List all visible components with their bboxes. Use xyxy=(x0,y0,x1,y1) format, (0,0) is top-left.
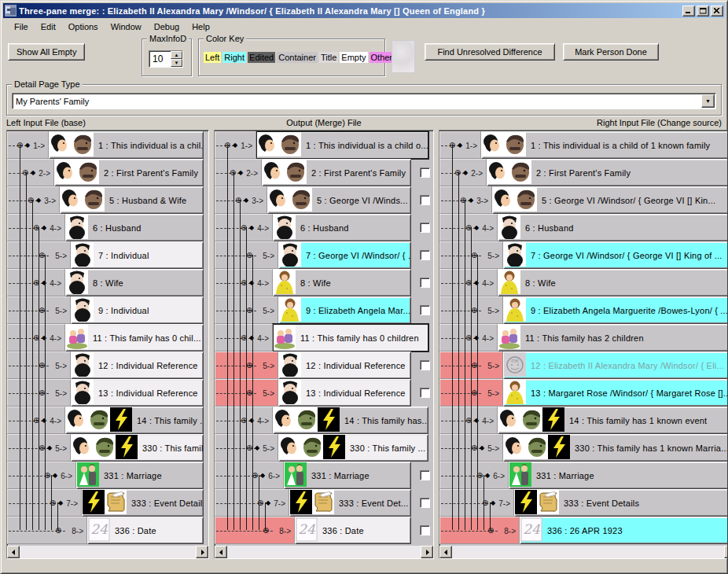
merge-checkbox[interactable] xyxy=(420,470,430,480)
tree-cell[interactable]: ⊕◆4-> xyxy=(215,214,273,241)
row-content[interactable]: 12 : Individual Reference xyxy=(278,351,411,379)
row-content[interactable]: 6 : Husband xyxy=(65,214,204,241)
merge-row[interactable]: ⊕◆2->2 : First Parent's Family xyxy=(215,159,433,186)
row-content[interactable]: 330 : This family has 1 known Marria... xyxy=(503,434,728,462)
merge-row[interactable]: ⊕◆7->333 : Event Details xyxy=(7,489,208,517)
merge-checkbox[interactable] xyxy=(420,195,430,205)
tree-cell[interactable]: ⊕◆4-> xyxy=(215,324,273,351)
merge-row[interactable]: ⊕5->12 : Individual Reference xyxy=(215,351,433,379)
merge-row[interactable]: ⊕◆4->14 : This family has 1 known event xyxy=(439,407,728,434)
row-content[interactable]: me12 : Elizabeth II Alexandra Mary /Wind… xyxy=(503,351,728,379)
row-content[interactable]: 7 : George VI /Windsor/ { George VI [] K… xyxy=(503,241,728,269)
row-content[interactable]: 9 : Elizabeth Angela Marguerite /Bowes-L… xyxy=(503,296,728,324)
tree-cell[interactable]: ⊕◆3-> xyxy=(439,186,492,214)
merge-row[interactable]: ⊕◆3->5 : Husband & Wife xyxy=(7,186,208,214)
find-unresolved-difference-button[interactable]: Find Unresolved Difference xyxy=(425,43,555,61)
scrollbar-track[interactable] xyxy=(227,546,421,558)
merge-row[interactable]: ⊕◆3->5 : George VI /Winds... xyxy=(215,186,433,214)
merge-row[interactable]: ⊕◆4->14 : This family has... xyxy=(215,407,433,434)
merge-row[interactable]: ⊕◆2->2 : First Parent's Family xyxy=(439,159,728,186)
row-content[interactable]: 13 : Individual Reference xyxy=(278,379,411,407)
row-content[interactable]: 12 : Individual Reference xyxy=(71,351,204,379)
merge-row[interactable]: ⊕◆1->1 : This individual is a chil... xyxy=(7,131,208,159)
merge-row[interactable]: ⊕◆4->11 : This family has 2 children xyxy=(439,324,728,351)
row-content[interactable]: 6 : Husband xyxy=(498,214,728,241)
tree-cell[interactable]: ⊕◆4-> xyxy=(7,407,65,434)
row-content[interactable]: 8 : Wife xyxy=(273,269,411,296)
merge-row[interactable]: ⊕5->me12 : Elizabeth II Alexandra Mary /… xyxy=(439,351,728,379)
scroll-right-icon[interactable] xyxy=(196,546,208,558)
merge-row[interactable]: ⊕◆6->331 : Marriage xyxy=(7,462,208,489)
chevron-down-icon[interactable]: ▼ xyxy=(701,94,715,108)
tree-cell[interactable]: ⊕◆3-> xyxy=(7,186,60,214)
row-content[interactable]: 2 : First Parent's Family xyxy=(54,159,204,186)
merge-row[interactable]: ⊕◆4->11 : This family has 0 chil... xyxy=(7,324,208,351)
merge-row[interactable]: ⊕5->7 : Individual xyxy=(7,241,208,269)
scroll-left-icon[interactable] xyxy=(7,546,20,558)
row-content[interactable]: 331 : Marriage xyxy=(76,462,204,489)
tree-cell[interactable]: ⊕◆4-> xyxy=(439,214,498,241)
tree-cell[interactable]: ⊕◆6-> xyxy=(7,462,76,489)
merge-row[interactable]: ⊕8->24336 : Date xyxy=(7,517,208,544)
merge-row[interactable]: ⊕◆4->14 : This family ... xyxy=(7,407,208,434)
row-content[interactable]: 330 : This family ... xyxy=(278,434,428,462)
tree-node-icon[interactable]: ⊕ xyxy=(487,526,494,534)
row-content[interactable]: 5 : George VI /Winds... xyxy=(267,186,411,214)
horizontal-scrollbar[interactable] xyxy=(439,546,728,558)
merge-row[interactable]: ⊕◆5->330 : This famil... xyxy=(7,434,208,462)
row-content[interactable]: 333 : Event Details xyxy=(514,489,728,517)
merge-checkbox[interactable] xyxy=(420,167,430,178)
scroll-right-icon[interactable] xyxy=(421,546,433,558)
merge-row[interactable]: ⊕◆1->1 : This individual is a child o... xyxy=(215,131,433,159)
row-content[interactable]: 8 : Wife xyxy=(65,269,204,296)
row-content[interactable]: 24336 : Date xyxy=(295,517,411,544)
row-content[interactable]: 14 : This family has 1 known event xyxy=(498,407,728,434)
row-content[interactable]: 11 : This family has 0 chil... xyxy=(65,324,204,351)
tree-cell[interactable]: ⊕◆1-> xyxy=(7,131,49,159)
merge-row[interactable]: ⊕◆4->6 : Husband xyxy=(7,214,208,241)
row-content[interactable]: 330 : This famil... xyxy=(71,434,204,462)
menu-item-edit[interactable]: Edit xyxy=(35,20,62,33)
tree-cell[interactable]: ⊕◆4-> xyxy=(439,407,498,434)
row-content[interactable]: 5 : George VI /Windsor/ { George VI [] K… xyxy=(492,186,728,214)
mark-person-done-button[interactable]: Mark Person Done xyxy=(563,43,659,61)
merge-checkbox[interactable] xyxy=(420,250,430,260)
row-content[interactable]: 6 : Husband xyxy=(273,214,411,241)
tree-cell[interactable]: ⊕◆6-> xyxy=(439,462,509,489)
tree-node-icon[interactable]: ⊕ xyxy=(235,196,241,204)
merge-checkbox[interactable] xyxy=(420,278,430,288)
merge-row[interactable]: ⊕◆3->5 : George VI /Windsor/ { George VI… xyxy=(439,186,728,214)
tree-cell[interactable]: ⊕◆1-> xyxy=(215,131,256,159)
scroll-left-icon[interactable] xyxy=(439,546,452,558)
row-content[interactable]: 8 : Wife xyxy=(498,269,728,296)
row-content[interactable]: 9 : Elizabeth Angela Mar... xyxy=(278,296,411,324)
menu-item-options[interactable]: Options xyxy=(62,20,105,33)
tree-cell[interactable]: ⊕◆2-> xyxy=(7,159,54,186)
menu-item-file[interactable]: File xyxy=(8,20,35,33)
tree-cell[interactable]: ⊕◆4-> xyxy=(7,269,65,296)
merge-checkbox[interactable] xyxy=(420,525,430,535)
minimize-button[interactable] xyxy=(682,6,695,17)
row-content[interactable]: 1 : This individual is a child of 1 know… xyxy=(481,131,728,159)
row-content[interactable]: 331 : Marriage xyxy=(284,462,411,489)
merge-row[interactable]: ⊕5->9 : Elizabeth Angela Marguerite /Bow… xyxy=(439,296,728,324)
row-content[interactable]: 14 : This family has... xyxy=(273,407,428,434)
scroll-left-icon[interactable] xyxy=(215,546,227,558)
merge-row[interactable]: ⊕◆1->1 : This individual is a child of 1… xyxy=(439,131,728,159)
menu-item-window[interactable]: Window xyxy=(105,20,148,33)
tree-cell[interactable]: ⊕◆1-> xyxy=(439,131,481,159)
horizontal-scrollbar[interactable] xyxy=(215,546,433,558)
tree-cell[interactable]: ⊕◆6-> xyxy=(215,462,284,489)
row-content[interactable]: 333 : Event Details xyxy=(82,489,204,517)
row-content[interactable]: 11 : This family has 2 children xyxy=(498,324,728,351)
spinner-up-icon[interactable]: ▲ xyxy=(171,51,182,59)
tree-node-icon[interactable]: ⊕ xyxy=(263,526,269,534)
merge-row[interactable]: ⊕◆6->331 : Marriage xyxy=(215,462,433,489)
row-content[interactable]: 7 : Individual xyxy=(71,241,204,269)
merge-row[interactable]: ⊕8->24336 : Date xyxy=(215,517,433,544)
merge-row[interactable]: ⊕5->12 : Individual Reference xyxy=(7,351,208,379)
spinner-down-icon[interactable]: ▼ xyxy=(171,59,182,67)
tree-node-icon[interactable]: ⊕ xyxy=(28,196,34,204)
merge-row[interactable]: ⊕5->13 : Margaret Rose /Windsor/ { Marga… xyxy=(439,379,728,407)
merge-row[interactable]: ⊕5->9 : Individual xyxy=(7,296,208,324)
